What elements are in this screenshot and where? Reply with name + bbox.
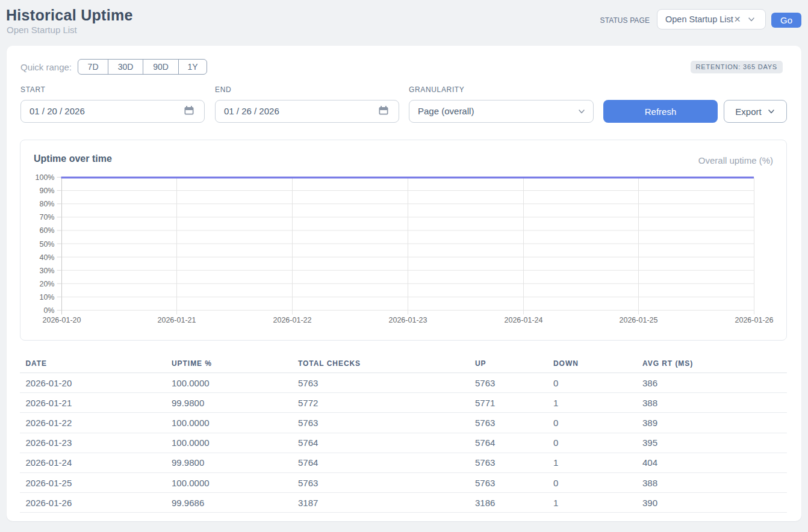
svg-text:20%: 20% — [39, 279, 54, 288]
svg-text:70%: 70% — [39, 213, 54, 221]
svg-text:60%: 60% — [39, 226, 54, 235]
svg-text:10%: 10% — [39, 292, 54, 301]
svg-text:90%: 90% — [39, 187, 54, 195]
svg-text:2026-01-22: 2026-01-22 — [273, 316, 312, 324]
svg-text:40%: 40% — [39, 253, 54, 261]
svg-text:2026-01-26: 2026-01-26 — [735, 316, 774, 324]
svg-text:2026-01-24: 2026-01-24 — [505, 316, 543, 324]
svg-text:2026-01-20: 2026-01-20 — [43, 316, 81, 324]
svg-text:100%: 100% — [36, 173, 55, 182]
svg-text:30%: 30% — [39, 266, 54, 274]
svg-text:2026-01-25: 2026-01-25 — [620, 316, 658, 324]
svg-text:50%: 50% — [39, 240, 54, 248]
svg-text:2026-01-21: 2026-01-21 — [158, 316, 196, 324]
svg-text:0%: 0% — [43, 306, 54, 315]
svg-text:2026-01-23: 2026-01-23 — [389, 316, 427, 324]
svg-text:80%: 80% — [39, 200, 54, 208]
